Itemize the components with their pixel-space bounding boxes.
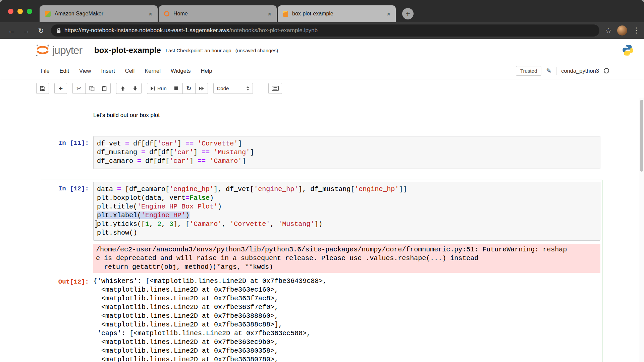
menu-item-kernel[interactable]: Kernel bbox=[140, 65, 166, 77]
sagemaker-favicon-icon bbox=[45, 11, 51, 17]
browser-tab-amazon-sagemaker[interactable]: Amazon SageMaker× bbox=[40, 5, 158, 22]
tab-close-icon[interactable]: × bbox=[387, 11, 390, 17]
restart-kernel-button[interactable]: ↻ bbox=[182, 83, 195, 94]
tab-title: Amazon SageMaker bbox=[55, 11, 145, 17]
code-editor[interactable]: df_vet = df[df['car'] == 'Corvette']df_m… bbox=[93, 136, 600, 169]
floppy-icon bbox=[40, 86, 45, 91]
scissors-icon: ✂ bbox=[76, 85, 82, 92]
trusted-button[interactable]: Trusted bbox=[516, 66, 541, 76]
copy-icon bbox=[89, 86, 95, 91]
forward-button[interactable]: → bbox=[21, 27, 31, 35]
checkpoint-status: Last Checkpoint: an hour ago bbox=[166, 48, 231, 53]
menu-item-widgets[interactable]: Widgets bbox=[166, 65, 196, 77]
menu-item-edit[interactable]: Edit bbox=[55, 65, 74, 77]
plus-icon: + bbox=[59, 85, 63, 92]
profile-avatar[interactable] bbox=[617, 25, 627, 36]
code-line: df_camaro = df[df['car'] == 'Camaro'] bbox=[97, 157, 597, 166]
window-controls bbox=[8, 9, 32, 14]
fast-forward-icon bbox=[199, 86, 204, 90]
browser-tab-home[interactable]: Home× bbox=[159, 5, 277, 22]
stderr-row: /home/ec2-user/anaconda3/envs/python3/li… bbox=[43, 241, 600, 273]
tab-close-icon[interactable]: × bbox=[268, 11, 271, 17]
browser-toolbar: ← → ↻ https://my-notebook-instance.noteb… bbox=[0, 22, 644, 39]
output-row: Out[12]:{'whiskers': [<matplotlib.lines.… bbox=[43, 275, 600, 362]
notebook-scroll-region: Let's build out our box plotIn [11]:df_v… bbox=[0, 97, 644, 362]
code-line: plt.title('Engine HP Box Plot') bbox=[97, 202, 597, 211]
browser-window: Amazon SageMaker×Home×box-plot-example× … bbox=[0, 0, 644, 362]
code-line: df_vet = df[df['car'] == 'Corvette'] bbox=[97, 139, 597, 148]
cut-cell-button[interactable]: ✂ bbox=[72, 83, 85, 94]
menu-item-insert[interactable]: Insert bbox=[96, 65, 120, 77]
cell-type-value: Code bbox=[217, 85, 229, 91]
paste-cell-button[interactable] bbox=[98, 83, 111, 94]
back-button[interactable]: ← bbox=[7, 27, 16, 35]
save-button[interactable] bbox=[36, 83, 49, 94]
page-scrollbar[interactable] bbox=[639, 97, 644, 362]
input-prompt: In [11]: bbox=[43, 136, 93, 169]
run-icon bbox=[150, 86, 155, 91]
kernel-idle-indicator-icon bbox=[604, 68, 609, 73]
reload-button[interactable]: ↻ bbox=[36, 27, 46, 34]
toolbar-group-add: + bbox=[54, 83, 67, 94]
refresh-icon: ↻ bbox=[186, 85, 191, 92]
command-palette-button[interactable] bbox=[268, 83, 282, 94]
code-line: plt.show() bbox=[97, 229, 597, 237]
code-input-row: In [12]:data = [df_camaro['engine_hp'], … bbox=[43, 182, 600, 241]
jupyter-header: jupyter box-plot-example Last Checkpoint… bbox=[0, 39, 644, 62]
browser-tab-box-plot-example[interactable]: box-plot-example× bbox=[278, 5, 396, 22]
jupyter-logo[interactable]: jupyter bbox=[35, 43, 82, 57]
code-cell[interactable]: In [11]:df_vet = df[df['car'] == 'Corvet… bbox=[41, 134, 602, 171]
interrupt-kernel-button[interactable] bbox=[170, 83, 182, 94]
browser-menu-icon[interactable]: ⋮ bbox=[633, 26, 637, 35]
stderr-prompt bbox=[43, 241, 93, 273]
browser-tabs: Amazon SageMaker×Home×box-plot-example× bbox=[40, 5, 397, 22]
url-path: /notebooks/box-plot-example.ipynb bbox=[229, 27, 318, 34]
previous-cell-edge bbox=[93, 99, 600, 101]
add-cell-button[interactable]: + bbox=[54, 83, 67, 94]
notebook-area: Let's build out our box plotIn [11]:df_v… bbox=[0, 97, 644, 362]
cell-type-dropdown[interactable]: Code bbox=[213, 83, 253, 94]
markdown-cell-row: Let's build out our box plot bbox=[43, 108, 600, 123]
url-bar[interactable]: https://my-notebook-instance.notebook.us… bbox=[51, 24, 599, 37]
jupyter-favicon-icon bbox=[164, 11, 169, 16]
move-cell-down-button[interactable] bbox=[129, 83, 142, 94]
move-cell-up-button[interactable] bbox=[116, 83, 129, 94]
keyboard-icon bbox=[272, 86, 279, 91]
bookmark-star-icon[interactable]: ☆ bbox=[605, 26, 612, 35]
close-window-button[interactable] bbox=[8, 9, 13, 14]
tab-title: box-plot-example bbox=[292, 11, 383, 17]
output-prompt: Out[12]: bbox=[43, 275, 93, 362]
menubar-right: Trusted ✎ conda_python3 bbox=[516, 66, 609, 76]
new-tab-button[interactable]: + bbox=[402, 8, 414, 19]
notebook-title[interactable]: box-plot-example bbox=[94, 46, 161, 55]
toolbar-group-run: Run ↻ bbox=[147, 83, 208, 94]
tab-close-icon[interactable]: × bbox=[149, 11, 152, 17]
code-cell[interactable]: In [12]:data = [df_camaro['engine_hp'], … bbox=[41, 180, 602, 362]
notebook-favicon-icon bbox=[283, 11, 288, 17]
jupyter-logo-text: jupyter bbox=[52, 44, 82, 57]
code-editor[interactable]: data = [df_camaro['engine_hp'], df_vet['… bbox=[93, 182, 600, 241]
restart-run-all-button[interactable] bbox=[195, 83, 208, 94]
menu-item-cell[interactable]: Cell bbox=[120, 65, 140, 77]
code-line: plt.boxplot(data, vert=False) bbox=[97, 194, 597, 202]
notebook-cells: Let's build out our box plotIn [11]:df_v… bbox=[0, 106, 644, 362]
output-text: {'whiskers': [<matplotlib.lines.Line2D a… bbox=[93, 275, 600, 362]
edit-title-pencil-icon[interactable]: ✎ bbox=[546, 67, 551, 75]
jupyter-logo-icon bbox=[35, 43, 50, 57]
stop-icon bbox=[174, 86, 178, 90]
code-line: df_mustang = df[df['car'] == 'Mustang'] bbox=[97, 148, 597, 157]
zoom-window-button[interactable] bbox=[27, 9, 32, 14]
menu-item-help[interactable]: Help bbox=[196, 65, 217, 77]
unsaved-changes-status: (unsaved changes) bbox=[235, 48, 278, 53]
copy-cell-button[interactable] bbox=[85, 83, 98, 94]
arrow-up-icon bbox=[120, 86, 125, 91]
divider bbox=[556, 67, 556, 75]
menubar-items: FileEditViewInsertCellKernelWidgetsHelp bbox=[36, 65, 217, 77]
menu-item-file[interactable]: File bbox=[36, 65, 55, 77]
scrollbar-thumb[interactable] bbox=[640, 100, 643, 172]
toolbar-group-save bbox=[36, 83, 49, 94]
markdown-cell[interactable]: Let's build out our box plot bbox=[41, 106, 602, 125]
menu-item-view[interactable]: View bbox=[74, 65, 96, 77]
run-cell-button[interactable]: Run bbox=[147, 83, 170, 94]
minimize-window-button[interactable] bbox=[17, 9, 23, 14]
